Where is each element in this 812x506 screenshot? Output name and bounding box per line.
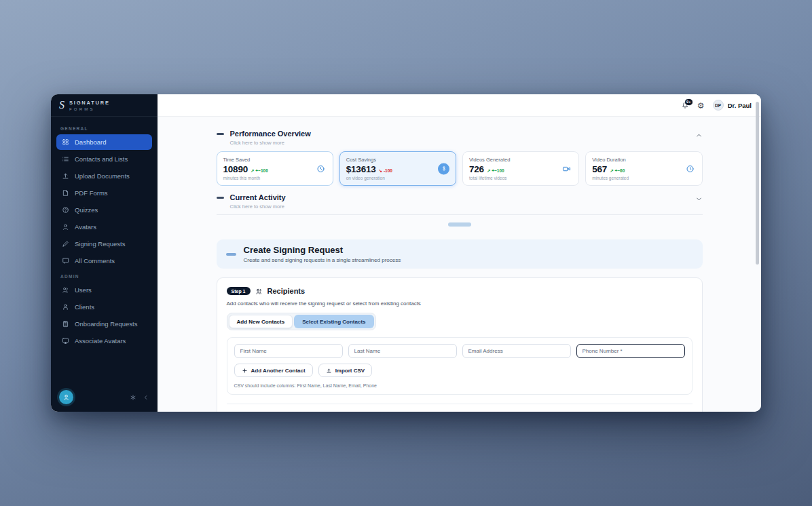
sidebar-item-label: Associate Avatars (75, 337, 126, 345)
contacts-icon (62, 155, 69, 163)
avatar: DP (713, 100, 724, 111)
stat-label: Cost Savings (346, 157, 449, 163)
avatar-icon (62, 223, 69, 231)
stat-card-video-duration[interactable]: Video Duration 567 +~60 minutes generate… (585, 151, 702, 186)
csv-hint: CSV should include columns: First Name, … (234, 383, 685, 388)
gear-icon (697, 100, 705, 111)
sidebar-item-dashboard[interactable]: Dashboard (56, 134, 152, 150)
main-area: 9+ DP Dr. Paul Performance Overview Clic… (158, 94, 761, 412)
brand-logo-icon: S (59, 100, 64, 111)
section-marker-icon (217, 133, 224, 135)
sidebar-item-label: Upload Documents (75, 172, 130, 180)
panel-title: Create Signing Request (244, 245, 401, 255)
stat-card-time-saved[interactable]: Time Saved 10890 +~100 minutes this mont… (217, 151, 333, 186)
current-activity-header[interactable]: Current Activity Click here to show more (217, 193, 703, 210)
sidebar-item-label: Contacts and Lists (75, 155, 128, 163)
email-input[interactable] (462, 344, 571, 358)
sidebar-item-label: Clients (75, 303, 94, 311)
sidebar-item-associate-avatars[interactable]: Associate Avatars (56, 333, 152, 349)
sidebar-item-label: PDF Forms (75, 189, 108, 197)
collapse-sidebar-button[interactable] (143, 394, 149, 401)
comments-icon (62, 257, 69, 265)
step-header: Step 1 Recipients (227, 287, 693, 295)
brand: S SIGNATURE FORMS (51, 94, 158, 117)
step-subtitle: Add contacts who will receive the signin… (227, 300, 693, 307)
import-csv-button[interactable]: Import CSV (318, 364, 373, 377)
panel-subtitle: Create and send signing requests in a si… (244, 257, 401, 263)
notifications-button[interactable]: 9+ (681, 101, 689, 109)
theme-toggle-button[interactable] (130, 394, 136, 401)
stat-caption: minutes generated (592, 176, 695, 180)
step-title: Recipients (267, 287, 306, 295)
stat-cards: Time Saved 10890 +~100 minutes this mont… (217, 151, 703, 186)
sidebar-item-label: Dashboard (75, 138, 106, 146)
recipients-icon (255, 288, 263, 295)
tab-select-existing-contacts[interactable]: Select Existing Contacts (294, 315, 373, 328)
settings-button[interactable] (697, 100, 705, 111)
plus-icon (242, 368, 248, 374)
monitor-icon (62, 337, 69, 345)
divider (227, 404, 693, 404)
nav-section-label: ADMIN (60, 274, 148, 279)
sidebar-item-onboarding-requests[interactable]: Onboarding Requests (56, 316, 152, 332)
stat-value: $13613 (346, 164, 376, 174)
last-name-input[interactable] (348, 344, 457, 358)
button-label: Add Another Contact (251, 368, 306, 374)
stat-label: Videos Generated (469, 157, 572, 163)
button-label: Import CSV (335, 368, 365, 374)
chevron-up-icon[interactable] (695, 132, 703, 139)
stat-value: 726 (469, 164, 484, 174)
phone-input[interactable] (576, 344, 685, 358)
section-marker-icon (217, 197, 224, 199)
step-badge: Step 1 (227, 287, 251, 295)
sidebar-item-quizzes[interactable]: Quizzes (56, 202, 152, 218)
sidebar-item-signing-requests[interactable]: Signing Requests (56, 236, 152, 252)
app-window: S SIGNATURE FORMS GENERAL Dashboard Cont… (51, 94, 761, 412)
stat-card-videos-generated[interactable]: Videos Generated 726 +~100 total lifetim… (462, 151, 579, 186)
quiz-icon (62, 206, 69, 214)
sidebar-footer (51, 384, 158, 412)
video-icon (561, 163, 572, 174)
scrollbar[interactable] (756, 102, 759, 265)
notification-badge: 9+ (684, 98, 693, 106)
add-another-contact-button[interactable]: Add Another Contact (234, 364, 313, 377)
chevron-down-icon[interactable] (695, 195, 703, 203)
sidebar-item-users[interactable]: Users (56, 282, 152, 298)
panel-resize-handle[interactable] (448, 222, 471, 227)
stat-caption: minutes this month (223, 176, 327, 180)
sidebar-item-label: Users (75, 286, 92, 294)
main-content: Performance Overview Click here to show … (158, 117, 761, 412)
sidebar-item-label: Avatars (75, 223, 96, 231)
signature-pen-icon (62, 240, 69, 248)
clock-icon (684, 163, 696, 174)
sidebar-item-avatars[interactable]: Avatars (56, 219, 152, 235)
dollar-icon (438, 163, 449, 174)
user-menu[interactable]: DP Dr. Paul (713, 100, 752, 111)
dashboard-icon (62, 138, 69, 146)
stat-value: 10890 (223, 164, 248, 174)
sidebar-item-clients[interactable]: Clients (56, 299, 152, 315)
clients-icon (62, 303, 69, 311)
stat-value: 567 (592, 164, 607, 174)
brand-subname: FORMS (69, 107, 110, 111)
sidebar-item-upload-documents[interactable]: Upload Documents (56, 168, 152, 184)
performance-overview-header[interactable]: Performance Overview Click here to show … (217, 130, 703, 146)
topbar: 9+ DP Dr. Paul (158, 94, 761, 117)
stat-card-cost-savings[interactable]: Cost Savings $13613 -100 on video genera… (339, 151, 456, 186)
tab-add-new-contacts[interactable]: Add New Contacts (229, 315, 293, 328)
stat-label: Time Saved (223, 157, 327, 163)
stat-trend: +~100 (251, 168, 268, 174)
section-title: Current Activity (230, 193, 286, 201)
nav-section-label: GENERAL (60, 126, 148, 131)
create-signing-request-header: Create Signing Request Create and send s… (217, 239, 703, 269)
clock-icon (315, 163, 327, 174)
upload-icon (62, 172, 69, 180)
sidebar-item-pdf-forms[interactable]: PDF Forms (56, 185, 152, 201)
sidebar-item-contacts-and-lists[interactable]: Contacts and Lists (56, 151, 152, 167)
first-name-input[interactable] (234, 344, 343, 358)
chevron-left-icon (143, 394, 149, 401)
profile-button[interactable] (59, 390, 73, 404)
sidebar-item-all-comments[interactable]: All Comments (56, 253, 152, 269)
sidebar-item-label: Signing Requests (75, 240, 125, 248)
sidebar: S SIGNATURE FORMS GENERAL Dashboard Cont… (51, 94, 158, 412)
